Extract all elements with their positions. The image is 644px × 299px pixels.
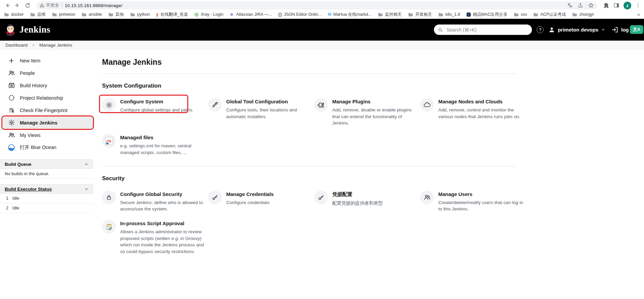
sidebar-item-project-relationship[interactable]: Project Relationship <box>3 92 93 104</box>
jenkins-brand-name: Jenkins <box>19 24 50 35</box>
breadcrumb-dashboard[interactable]: Dashboard <box>5 43 28 48</box>
section-heading-system-configuration: System Configuration <box>102 83 517 89</box>
folder-icon <box>514 12 519 17</box>
executor-status: Idle <box>12 206 19 210</box>
sidebar-item-people[interactable]: People <box>3 67 93 79</box>
cfg-file-icon: cfg <box>102 134 116 148</box>
people-icon <box>8 132 15 139</box>
breadcrumb-manage-jenkins[interactable]: Manage Jenkins <box>39 43 72 48</box>
sidebar-item-open-blue-ocean[interactable]: 打开 Blue Ocean <box>3 141 93 154</box>
lock-icon <box>102 191 116 204</box>
bookmark-mahua[interactable]: MMaHua 在线markd... <box>328 12 371 17</box>
extensions-icon[interactable] <box>603 2 609 8</box>
puzzle-icon <box>314 98 328 112</box>
bookmark-docker[interactable]: docker <box>4 12 24 17</box>
card-configure-system[interactable]: Configure System Configure global settin… <box>102 98 208 127</box>
chevron-down-icon <box>601 28 605 32</box>
bookmark-xray[interactable]: Xray - Login <box>194 12 223 17</box>
executor-number: 1 <box>6 196 8 201</box>
card-in-process-script-approval[interactable]: In-process Script Approval Allows a Jenk… <box>102 220 208 255</box>
card-manage-credentials[interactable]: Manage Credentials Configure credentials <box>208 191 314 212</box>
sidebar-item-check-file-fingerprint[interactable]: Check File Fingerprint <box>3 104 93 116</box>
side-panel-icon[interactable] <box>613 2 620 8</box>
card-title[interactable]: Manage Credentials <box>226 191 313 197</box>
card-title[interactable]: Managed files <box>120 135 207 140</box>
back-icon[interactable] <box>3 1 11 9</box>
bookmark-sss[interactable]: sss <box>514 12 527 17</box>
not-secure-warning[interactable]: 不安全 <box>40 2 59 8</box>
card-title[interactable]: Configure System <box>120 99 207 104</box>
bookmark-mac-share[interactable]: 精品MAC应用分享 <box>466 12 507 17</box>
search-icon <box>438 27 443 33</box>
card-title[interactable]: Manage Users <box>438 191 525 197</box>
card-description: 配置凭据的提供者和类型 <box>332 200 419 207</box>
browser-menu-icon[interactable] <box>635 3 641 8</box>
card-title[interactable]: Global Tool Configuration <box>226 99 313 104</box>
browser-toolbar: 不安全 10.15.15.161:8888/manage/ z <box>0 0 644 10</box>
user-menu[interactable]: primeton devops <box>548 27 605 33</box>
executor-row[interactable]: 1 Idle <box>0 194 93 203</box>
user-icon <box>548 27 555 33</box>
logout-button[interactable]: log out 文A <box>611 26 638 33</box>
address-bar[interactable]: 不安全 10.15.15.161:8888/manage/ <box>36 1 597 9</box>
jira-icon <box>230 12 234 17</box>
url-text[interactable]: 10.15.15.161:8888/manage/ <box>65 3 122 8</box>
build-executor-status-header[interactable]: Build Executor Status <box>0 184 93 194</box>
bookmark-primeton[interactable]: primeton <box>52 12 76 17</box>
share-icon[interactable] <box>578 3 583 8</box>
bookmark-yunwei[interactable]: 运维 <box>30 12 46 17</box>
card-title[interactable]: 凭据配置 <box>332 191 419 198</box>
gear-icon <box>8 119 15 127</box>
card-global-tool-configuration[interactable]: Global Tool Configuration Configure tool… <box>208 98 314 127</box>
search-help-icon[interactable]: ? <box>537 26 544 33</box>
card-description: Secure Jenkins; define who is allowed to… <box>120 199 207 212</box>
folder-icon <box>52 12 57 17</box>
bookmark-acp[interactable]: ACP认证考试 <box>533 12 566 17</box>
bookmark-python[interactable]: python <box>130 12 150 17</box>
bookmark-kaifa[interactable]: 开发相关 <box>408 12 432 17</box>
executor-row[interactable]: 2 Idle <box>0 203 93 213</box>
youdao-icon: y <box>156 12 158 16</box>
card-title[interactable]: Configure Global Security <box>120 191 207 197</box>
breadcrumb: Dashboard Manage Jenkins <box>0 41 644 50</box>
card-credentials-configuration[interactable]: 凭据配置 配置凭据的提供者和类型 <box>314 191 420 212</box>
bookmark-k8s[interactable]: k8s_1.8 <box>438 12 460 17</box>
bookmark-ansible[interactable]: ansible <box>82 12 102 17</box>
card-configure-global-security[interactable]: Configure Global Security Secure Jenkins… <box>102 191 208 212</box>
build-queue-header[interactable]: Build Queue <box>0 159 93 169</box>
jenkins-brand[interactable]: Jenkins <box>5 23 50 37</box>
bookmark-json-editor[interactable]: { }JSON Editor Onlin... <box>278 12 321 17</box>
json-braces-icon: { } <box>278 12 282 16</box>
search-input[interactable] <box>446 27 528 33</box>
jenkins-logo-icon <box>5 23 16 37</box>
card-description: Configure tools, their locations and aut… <box>226 107 313 120</box>
bookmark-youdao[interactable]: y在线翻译_有道 <box>156 12 188 17</box>
bookmark-jiankong[interactable]: 监控相关 <box>378 12 402 17</box>
breadcrumb-chevron-icon <box>32 43 35 47</box>
bookmark-jira[interactable]: Atlassian JIRA —... <box>230 12 272 17</box>
card-description: Create/delete/modify users that can log … <box>438 199 525 212</box>
translate-icon[interactable] <box>567 3 573 8</box>
sidebar-item-my-views[interactable]: My Views <box>3 129 93 141</box>
card-title[interactable]: Manage Plugins <box>332 99 419 104</box>
card-managed-files[interactable]: cfg Managed files e.g. settings.xml for … <box>102 134 208 156</box>
reload-icon[interactable] <box>23 1 32 9</box>
translate-extension-badge[interactable]: 文A <box>630 25 643 34</box>
sidebar-item-manage-jenkins[interactable]: Manage Jenkins <box>3 116 93 129</box>
bookmark-star-icon[interactable] <box>588 2 594 8</box>
sidebar-item-new-item[interactable]: New Item <box>3 54 93 67</box>
bookmarks-overflow-chevron[interactable]: » <box>637 12 640 17</box>
bookmark-zhongyi[interactable]: zhongyi <box>572 12 594 17</box>
card-manage-plugins[interactable]: Manage Plugins Add, remove, disable or e… <box>314 98 420 127</box>
profile-avatar[interactable]: z <box>624 2 631 9</box>
forward-icon[interactable] <box>13 1 21 9</box>
card-description: Add, remove, disable or enable plugins t… <box>332 107 419 127</box>
global-search[interactable] <box>434 24 532 35</box>
sidebar-item-build-history[interactable]: Build History <box>3 79 93 92</box>
card-manage-users[interactable]: Manage Users Create/delete/modify users … <box>420 191 526 212</box>
card-title[interactable]: In-process Script Approval <box>120 220 207 226</box>
card-title[interactable]: Manage Nodes and Clouds <box>438 99 525 104</box>
card-manage-nodes-and-clouds[interactable]: Manage Nodes and Clouds Add, remove, con… <box>420 98 526 127</box>
folder-icon <box>533 12 538 17</box>
bookmark-qita[interactable]: 其他 <box>108 12 124 17</box>
